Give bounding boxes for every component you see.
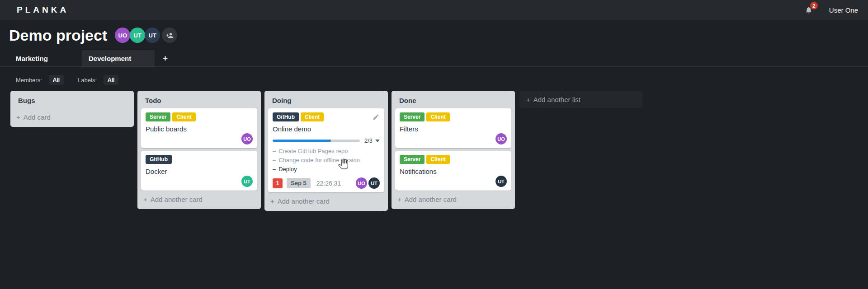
list-group: Bugs+Add cardTodoServerClientPublic boar… <box>10 91 515 211</box>
labels-filter-label: Labels: <box>78 77 97 84</box>
card-member-avatar[interactable]: UT <box>241 176 253 187</box>
list-done: DoneServerClientFiltersUOServerClientNot… <box>392 91 515 209</box>
card-members: UO <box>146 133 253 144</box>
labels-row: ServerClient <box>400 155 507 164</box>
list-todo: TodoServerClientPublic boardsUOGitHubDoc… <box>137 91 261 209</box>
label-github[interactable]: GitHub <box>146 155 172 164</box>
label-github[interactable]: GitHub <box>273 112 299 121</box>
card-member-avatar[interactable]: UT <box>495 176 507 187</box>
plus-icon: + <box>16 113 20 121</box>
label-client[interactable]: Client <box>172 112 195 121</box>
list-name[interactable]: Todo <box>137 91 261 108</box>
add-card-label: Add card <box>24 113 51 121</box>
member-avatar[interactable]: UT <box>130 28 145 43</box>
card[interactable]: ServerClientNotificationsUT <box>395 151 511 191</box>
add-card-button[interactable]: +Add another card <box>392 191 515 209</box>
plus-icon: + <box>397 196 401 203</box>
task-text: Change code for offline version <box>278 157 360 163</box>
member-avatar[interactable]: UT <box>145 28 160 43</box>
project-title[interactable]: Demo project <box>9 26 107 45</box>
card[interactable]: ServerClientFiltersUO <box>395 108 511 148</box>
project-members: UOUTUT <box>115 28 177 43</box>
label-client[interactable]: Client <box>426 155 449 164</box>
member-avatar[interactable]: UO <box>115 28 130 43</box>
add-card-label: Add another card <box>405 196 457 203</box>
task-list: –Create GitHub Pages repo–Change code fo… <box>273 146 380 173</box>
card-badges-row: 1Sep 522:26:31UOUT <box>273 177 380 189</box>
task-text: Create GitHub Pages repo <box>278 148 348 154</box>
board-tabs: MarketingDevelopment + <box>0 51 868 67</box>
card-members: UT <box>146 176 253 187</box>
label-client[interactable]: Client <box>301 112 324 121</box>
card-notification-badge: 1 <box>273 178 283 188</box>
card-member-avatar[interactable]: UT <box>368 177 380 189</box>
card-members: UT <box>400 176 507 187</box>
progress-bar-fill <box>273 140 331 142</box>
task-dash: – <box>273 148 276 154</box>
add-card-label: Add another card <box>151 196 203 203</box>
checklist-progress: 2/3 <box>273 137 380 144</box>
label-client[interactable]: Client <box>426 112 449 121</box>
list-name[interactable]: Bugs <box>10 91 134 108</box>
kanban-board: Bugs+Add cardTodoServerClientPublic boar… <box>0 85 868 211</box>
task-item[interactable]: –Change code for offline version <box>273 155 380 164</box>
edit-card-button[interactable] <box>373 114 379 122</box>
members-filter-value[interactable]: All <box>49 75 64 85</box>
card-title: Notifications <box>400 167 507 176</box>
notifications-button[interactable]: 2 <box>805 6 813 14</box>
card-title: Filters <box>400 125 507 133</box>
list-bugs: Bugs+Add card <box>10 91 134 127</box>
project-avatar-group: UOUTUT <box>115 28 160 43</box>
project-header: Demo project UOUTUT <box>0 20 868 45</box>
labels-row: ServerClient <box>400 112 507 121</box>
add-card-label: Add another card <box>278 197 330 205</box>
pencil-icon <box>373 114 379 121</box>
add-list-button[interactable]: + Add another list <box>519 91 642 108</box>
filter-bar: Members: All Labels: All <box>0 67 868 85</box>
card-member-avatar[interactable]: UO <box>356 177 367 189</box>
task-item[interactable]: –Deploy <box>273 164 380 173</box>
card-title: Online demo <box>273 125 380 133</box>
plus-icon: + <box>526 96 530 103</box>
add-card-button[interactable]: +Add another card <box>137 191 261 209</box>
user-menu[interactable]: User One <box>829 6 858 14</box>
labels-filter-value[interactable]: All <box>104 75 118 85</box>
list-name[interactable]: Done <box>392 91 515 108</box>
card-title: Docker <box>146 167 253 176</box>
list-name[interactable]: Doing <box>264 91 388 108</box>
notification-count-badge: 2 <box>810 2 818 9</box>
cards-container: ServerClientPublic boardsUOGitHubDockerU… <box>137 108 261 191</box>
label-server[interactable]: Server <box>146 112 170 121</box>
task-item[interactable]: –Create GitHub Pages repo <box>273 146 380 155</box>
progress-bar-track <box>273 140 360 142</box>
add-card-button[interactable]: +Add card <box>10 108 134 127</box>
tab-development[interactable]: Development <box>82 50 155 66</box>
due-date-badge[interactable]: Sep 5 <box>287 178 311 188</box>
card-members: UOUT <box>356 177 380 189</box>
planka-logo[interactable]: PLANKA <box>17 5 69 15</box>
card[interactable]: GitHubClientOnline demo2/3–Create GitHub… <box>268 108 384 192</box>
add-board-button[interactable]: + <box>160 50 170 66</box>
add-list-label: Add another list <box>533 96 580 103</box>
add-member-button[interactable] <box>162 28 177 43</box>
labels-row: GitHub <box>146 155 253 164</box>
chevron-down-icon[interactable] <box>375 140 380 142</box>
card-member-avatar[interactable]: UO <box>241 133 253 144</box>
card[interactable]: ServerClientPublic boardsUO <box>141 108 257 148</box>
timer-badge[interactable]: 22:26:31 <box>316 180 341 187</box>
members-filter-label: Members: <box>16 77 42 84</box>
person-add-icon <box>166 32 174 39</box>
card-member-avatar[interactable]: UO <box>495 133 507 144</box>
add-card-button[interactable]: +Add another card <box>264 192 388 211</box>
label-server[interactable]: Server <box>400 155 425 164</box>
card[interactable]: GitHubDockerUT <box>141 151 257 191</box>
progress-label: 2/3 <box>364 137 373 144</box>
tab-marketing[interactable]: Marketing <box>9 50 82 66</box>
list-doing: DoingGitHubClientOnline demo2/3–Create G… <box>264 91 388 211</box>
cards-container: ServerClientFiltersUOServerClientNotific… <box>392 108 515 191</box>
label-server[interactable]: Server <box>400 112 425 121</box>
plus-icon: + <box>143 196 147 203</box>
labels-row: ServerClient <box>146 112 253 121</box>
card-title: Public boards <box>146 125 253 133</box>
plus-icon: + <box>270 197 274 205</box>
